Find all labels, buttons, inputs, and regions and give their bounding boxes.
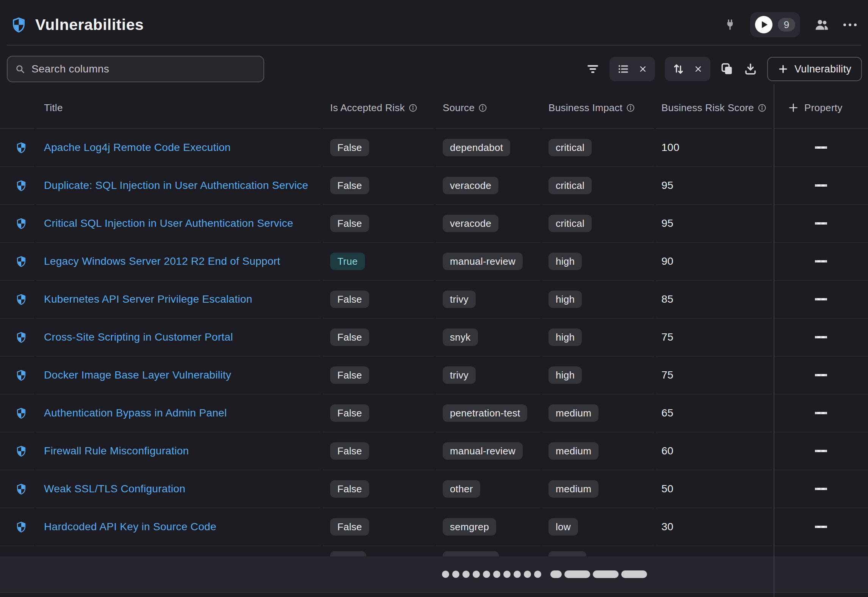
- partial-badge: [548, 551, 586, 556]
- list-view-icon[interactable]: [617, 63, 629, 75]
- row-shield-icon: [16, 180, 27, 192]
- row-actions-icon[interactable]: [815, 450, 827, 452]
- table-row: Duplicate: SQL Injection in User Authent…: [0, 167, 868, 205]
- row-shield-icon: [16, 331, 27, 343]
- row-actions-icon[interactable]: [815, 336, 827, 339]
- impact-badge: medium: [548, 404, 599, 422]
- column-header-source[interactable]: Source: [436, 87, 540, 129]
- table-row: Apache Log4j Remote Code Execution False…: [0, 129, 868, 167]
- row-title-link[interactable]: Kubernetes API Server Privilege Escalati…: [44, 293, 252, 305]
- top-bar: Vulnerabilities 9: [0, 0, 868, 46]
- accepted-risk-badge: False: [330, 291, 369, 308]
- download-icon[interactable]: [744, 62, 757, 76]
- row-title-link[interactable]: Firewall Rule Misconfiguration: [44, 445, 189, 457]
- impact-badge: high: [548, 366, 582, 384]
- row-actions-icon[interactable]: [815, 488, 827, 490]
- row-title-link[interactable]: Critical SQL Injection in User Authentic…: [44, 217, 293, 229]
- row-shield-icon: [16, 521, 27, 533]
- accepted-risk-badge: False: [330, 139, 369, 156]
- property-column-divider: [774, 84, 774, 597]
- partial-badge: [443, 551, 499, 556]
- row-actions-icon[interactable]: [815, 146, 827, 149]
- search-input[interactable]: [31, 63, 256, 75]
- info-icon[interactable]: [478, 104, 487, 112]
- score-value: 60: [661, 445, 674, 457]
- column-header-is-accepted-risk[interactable]: Is Accepted Risk: [323, 87, 434, 129]
- loading-dots: [442, 571, 541, 578]
- copy-icon[interactable]: [720, 62, 734, 76]
- row-actions-icon[interactable]: [815, 184, 827, 187]
- row-shield-icon: [16, 294, 27, 305]
- impact-badge: high: [548, 253, 582, 270]
- add-property-button[interactable]: Property: [774, 87, 868, 129]
- impact-badge: critical: [548, 215, 592, 232]
- add-vulnerability-button[interactable]: Vulnerability: [767, 57, 862, 81]
- table-row: Authentication Bypass in Admin Panel Fal…: [0, 394, 868, 432]
- impact-badge: medium: [548, 480, 599, 498]
- source-badge: dependabot: [443, 139, 510, 156]
- partial-badge: [330, 551, 366, 556]
- run-count-badge: 9: [778, 18, 795, 31]
- shield-logo-icon: [11, 17, 26, 33]
- more-menu-icon[interactable]: [843, 24, 857, 26]
- topbar-actions: 9: [724, 12, 857, 37]
- row-title-link[interactable]: Hardcoded API Key in Source Code: [44, 521, 216, 533]
- table-footer: [0, 556, 868, 593]
- row-shield-icon: [16, 407, 27, 419]
- row-actions-icon[interactable]: [815, 298, 827, 301]
- score-value: 95: [661, 179, 674, 192]
- accepted-risk-badge: True: [330, 253, 365, 270]
- row-shield-icon: [16, 142, 27, 154]
- plug-icon[interactable]: [724, 19, 736, 30]
- score-value: 65: [661, 407, 674, 419]
- column-header-business-risk-score[interactable]: Business Risk Score: [656, 87, 772, 129]
- table-row: Docker Image Base Layer Vulnerability Fa…: [0, 357, 868, 394]
- accepted-risk-badge: False: [330, 177, 369, 194]
- info-icon[interactable]: [409, 104, 417, 112]
- impact-badge: critical: [548, 177, 592, 194]
- score-value: 95: [661, 217, 674, 229]
- info-icon[interactable]: [626, 104, 635, 112]
- row-title-link[interactable]: Weak SSL/TLS Configuration: [44, 483, 185, 495]
- row-title-link[interactable]: Cross-Site Scripting in Customer Portal: [44, 331, 233, 343]
- info-icon[interactable]: [758, 104, 766, 112]
- filter-icon[interactable]: [586, 62, 600, 76]
- column-header-title[interactable]: Title: [36, 87, 321, 129]
- row-title-link[interactable]: Apache Log4j Remote Code Execution: [44, 141, 231, 154]
- accepted-risk-badge: False: [330, 518, 369, 536]
- icon-column-header: [0, 87, 34, 129]
- row-title-link[interactable]: Docker Image Base Layer Vulnerability: [44, 369, 231, 381]
- sort-icon[interactable]: [672, 63, 685, 75]
- row-actions-icon[interactable]: [815, 412, 827, 415]
- source-badge: other: [443, 480, 480, 498]
- row-actions-icon[interactable]: [815, 222, 827, 225]
- row-shield-icon: [16, 445, 27, 457]
- score-value: 100: [661, 141, 680, 154]
- source-badge: veracode: [443, 177, 498, 194]
- score-value: 85: [661, 293, 674, 305]
- add-vulnerability-label: Vulnerability: [794, 63, 851, 75]
- table-row: Legacy Windows Server 2012 R2 End of Sup…: [0, 243, 868, 281]
- row-actions-icon[interactable]: [815, 526, 827, 528]
- source-badge: trivy: [443, 291, 476, 308]
- row-title-link[interactable]: Authentication Bypass in Admin Panel: [44, 407, 227, 419]
- table-body: Apache Log4j Remote Code Execution False…: [0, 129, 868, 546]
- run-button[interactable]: 9: [750, 12, 800, 37]
- accepted-risk-badge: False: [330, 366, 369, 384]
- row-title-link[interactable]: Duplicate: SQL Injection in User Authent…: [44, 179, 308, 192]
- row-actions-icon[interactable]: [815, 374, 827, 377]
- plus-icon: [778, 64, 788, 74]
- clear-sort-icon[interactable]: [694, 64, 703, 74]
- impact-badge: low: [548, 518, 578, 536]
- impact-badge: medium: [548, 442, 599, 460]
- row-title-link[interactable]: Legacy Windows Server 2012 R2 End of Sup…: [44, 255, 280, 267]
- row-actions-icon[interactable]: [815, 260, 827, 263]
- column-header-business-impact[interactable]: Business Impact: [542, 87, 654, 129]
- table-row: Firewall Rule Misconfiguration False man…: [0, 432, 868, 470]
- table-header: Title Is Accepted Risk Source Business I…: [0, 87, 868, 129]
- view-filter-group: [609, 57, 655, 81]
- users-icon[interactable]: [815, 17, 829, 32]
- table-row: Cross-Site Scripting in Customer Portal …: [0, 319, 868, 357]
- clear-list-filter-icon[interactable]: [638, 64, 647, 74]
- source-badge: semgrep: [443, 518, 496, 536]
